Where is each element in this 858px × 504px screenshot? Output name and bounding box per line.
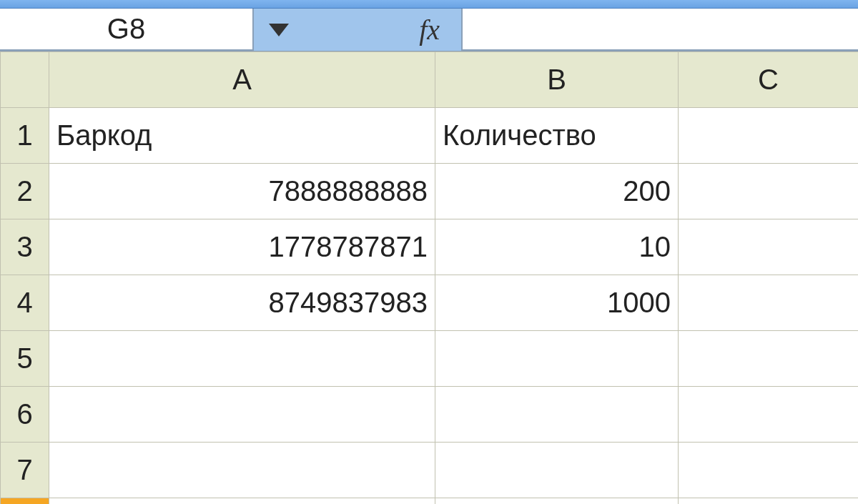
column-header-B[interactable]: B <box>435 52 679 108</box>
cell-B5[interactable] <box>435 331 679 387</box>
row-header-5[interactable]: 5 <box>1 331 49 387</box>
cell-A6[interactable] <box>49 387 435 443</box>
formula-input[interactable] <box>461 9 858 51</box>
name-box[interactable]: G8 <box>0 9 254 51</box>
window-title-bar <box>0 0 858 9</box>
chevron-down-icon <box>269 24 289 36</box>
cell-C4[interactable] <box>679 275 859 331</box>
cell-B2[interactable]: 200 <box>435 164 679 219</box>
cell-B1[interactable]: Количество <box>435 108 679 164</box>
name-box-dropdown[interactable] <box>254 9 304 51</box>
select-all-corner[interactable] <box>1 52 49 108</box>
cell-C7[interactable] <box>679 443 859 498</box>
cell-C1[interactable] <box>679 108 859 164</box>
cell-A5[interactable] <box>49 331 435 387</box>
column-header-A[interactable]: A <box>49 52 435 108</box>
cell-B7[interactable] <box>435 443 679 498</box>
row-header-6[interactable]: 6 <box>1 387 49 443</box>
cell-B8[interactable] <box>435 498 679 505</box>
cell-C2[interactable] <box>679 164 859 219</box>
cell-B6[interactable] <box>435 387 679 443</box>
row-header-2[interactable]: 2 <box>1 164 49 219</box>
cell-A4[interactable]: 8749837983 <box>49 275 435 331</box>
cell-A2[interactable]: 7888888888 <box>49 164 435 219</box>
row-header-7[interactable]: 7 <box>1 443 49 498</box>
row-header-3[interactable]: 3 <box>1 219 49 275</box>
cell-A7[interactable] <box>49 443 435 498</box>
row-header-8-selected[interactable] <box>1 498 49 505</box>
column-header-C[interactable]: C <box>679 52 859 108</box>
cell-B4[interactable]: 1000 <box>435 275 679 331</box>
fx-icon: fx <box>419 13 440 46</box>
row-header-1[interactable]: 1 <box>1 108 49 164</box>
spreadsheet-grid[interactable]: A B C 1 Баркод Количество 2 7888888888 2… <box>0 51 858 504</box>
row-header-4[interactable]: 4 <box>1 275 49 331</box>
fx-button[interactable]: fx <box>304 9 461 51</box>
cell-C3[interactable] <box>679 219 859 275</box>
formula-bar: G8 fx <box>0 9 858 51</box>
cell-A3[interactable]: 1778787871 <box>49 219 435 275</box>
cell-C6[interactable] <box>679 387 859 443</box>
cell-A8[interactable] <box>49 498 435 505</box>
cell-B3[interactable]: 10 <box>435 219 679 275</box>
cell-C5[interactable] <box>679 331 859 387</box>
cell-A1[interactable]: Баркод <box>49 108 435 164</box>
cell-C8[interactable] <box>679 498 859 505</box>
